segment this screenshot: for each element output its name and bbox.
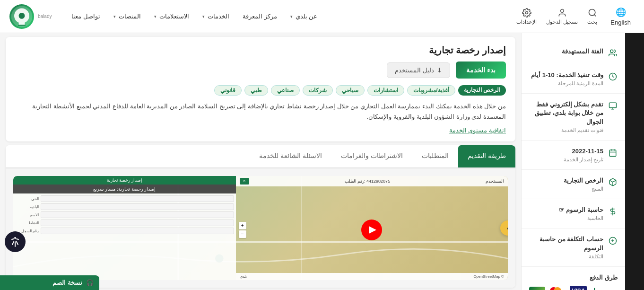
video-header-mid: 4412982075 :رقم الطلب: [345, 179, 391, 184]
video-container: المستخدم 4412982075 :رقم الطلب B +: [13, 176, 508, 280]
service-description: من خلال هذه الخدمة يمكنك البدء بممارسة ا…: [15, 101, 506, 122]
sla-link[interactable]: اتفاقية مستوى الخدمة: [15, 127, 506, 134]
zoom-in-btn[interactable]: +: [239, 222, 246, 229]
nav-item-knowledge[interactable]: مركز المعرفة: [237, 9, 283, 24]
fee-calculator-sub: الحاسبة: [529, 215, 603, 221]
svg-point-5: [19, 13, 25, 19]
video-header-left: المستخدم: [486, 179, 504, 184]
form-row-activity: النشاط: [15, 220, 234, 226]
logo-circle: [9, 4, 34, 29]
zoom-out-btn[interactable]: −: [239, 230, 246, 238]
tag-companies[interactable]: شركات: [303, 85, 333, 96]
svg-point-2: [589, 9, 595, 15]
deaf-icon: 🎧: [86, 279, 94, 286]
nav-item-inquiries[interactable]: الاستعلامات ▾: [148, 9, 195, 24]
guide-label: دليل المستخدم: [395, 67, 434, 74]
logo[interactable]: balady: [9, 4, 52, 29]
nav-item-about[interactable]: عن بلدي ▾: [285, 9, 323, 24]
video-bottom-bar: © OpenStreetMap بلدي: [236, 273, 508, 280]
sidebar-item-channel: تقدم بشكل إلكتروني فقط من خلال بوابة بلد…: [522, 94, 625, 141]
channel-sub: قنوات تقديم الخدمة: [529, 127, 603, 133]
sadad-label: سداد: [591, 287, 604, 290]
tag-industrial[interactable]: صناعي: [271, 85, 300, 96]
svg-point-0: [525, 11, 528, 14]
user-icon-item[interactable]: تسجيل الدخول: [546, 8, 578, 25]
svg-line-3: [594, 14, 596, 16]
tag-tourism[interactable]: سياحي: [336, 85, 365, 96]
form-row-municipality: البلدية: [15, 203, 234, 210]
english-label: English: [610, 19, 631, 26]
language-switcher[interactable]: 🌐 English: [607, 5, 635, 28]
chevron-down-icon: ▾: [202, 14, 205, 19]
service-top-card: إصدار رخصة تجارية بدء الخدمة ⬇ دليل المس…: [6, 37, 515, 141]
download-icon: ⬇: [437, 67, 442, 74]
youtube-play-button[interactable]: [361, 220, 382, 240]
currency-icon: [608, 236, 618, 246]
tab-requirements[interactable]: المتطلبات: [412, 145, 458, 167]
payment-logos: سداد VISA مدى: [529, 286, 618, 290]
name-label: الاسم: [15, 213, 39, 217]
target-group-content: الفئة المستهدفة: [529, 47, 603, 56]
svg-point-1: [560, 9, 564, 12]
tag-legal[interactable]: قانوني: [214, 85, 242, 96]
tab-faq[interactable]: الاسئلة الشائعة للخدمة: [250, 145, 331, 167]
tab-submission-method[interactable]: طريقة التقديم: [458, 145, 515, 167]
chevron-down-icon: ▾: [113, 14, 116, 19]
issue-date-sub: تاريخ إصدار الخدمة: [529, 157, 603, 163]
action-row: بدء الخدمة ⬇ دليل المستخدم: [15, 62, 506, 79]
box-icon: [608, 177, 618, 187]
district-input: [41, 195, 234, 202]
visa-icon: VISA: [570, 286, 587, 290]
calendar-icon: [608, 148, 618, 158]
sidebar-item-issue-date: 2022-11-15 تاريخ إصدار الخدمة: [522, 141, 625, 170]
start-service-button[interactable]: بدء الخدمة: [456, 62, 506, 79]
header: الإعدادات تسجيل الدخول بحث 🌐 English توا…: [0, 0, 644, 33]
search-icon-item[interactable]: بحث: [587, 8, 597, 25]
nav-item-tawasol[interactable]: تواصل معنا: [66, 9, 106, 24]
balady-mini-logo: B: [240, 178, 249, 185]
tab-conditions-fines[interactable]: الاشتراطات والغرامات: [331, 145, 412, 167]
cost-calculator-title: حساب التكلفة من حاسبة الرسوم: [529, 235, 603, 252]
login-label: تسجيل الدخول: [546, 19, 578, 25]
monitor-icon: [608, 101, 618, 111]
clock-icon: [608, 72, 618, 81]
deaf-banner[interactable]: 🎧 نسخة الصم: [0, 275, 99, 290]
nav-item-platforms[interactable]: المنصات ▾: [108, 9, 147, 24]
service-title-area: إصدار رخصة تجارية: [15, 44, 506, 56]
video-header-bar: المستخدم 4412982075 :رقم الطلب B: [236, 176, 508, 186]
users-icon: [608, 48, 618, 58]
nav-label-tawasol: تواصل معنا: [71, 13, 100, 20]
activity-label: النشاط: [15, 221, 39, 225]
sidebar: الفئة المستهدفة وقت تنفيذ الخدمة: 10-1 أ…: [521, 33, 625, 290]
user-icon: [557, 8, 567, 18]
tabs-card: طريقة التقديم المتطلبات الاشتراطات والغر…: [6, 145, 515, 288]
municipality-label: البلدية: [15, 205, 39, 209]
district-label: الحي: [15, 197, 39, 201]
tag-food[interactable]: أغذية/مشروبات: [407, 85, 455, 96]
cost-calculator-sub: التكلفة: [529, 254, 603, 260]
channel-title: تقدم بشكل إلكتروني فقط من خلال بوابة بلد…: [529, 100, 603, 126]
issue-date-content: 2022-11-15 تاريخ إصدار الخدمة: [529, 147, 603, 163]
execution-time-title: وقت تنفيذ الخدمة: 10-1 أيام: [529, 71, 603, 79]
user-guide-button[interactable]: ⬇ دليل المستخدم: [387, 62, 450, 78]
issue-date-title: 2022-11-15: [529, 147, 603, 156]
video-map-area: + −: [236, 186, 508, 273]
activity-input: [41, 220, 234, 226]
name-input: [41, 211, 234, 218]
execution-time-content: وقت تنفيذ الخدمة: 10-1 أيام المدة الزمني…: [529, 71, 603, 87]
video-ui-overlay: المستخدم 4412982075 :رقم الطلب B +: [13, 176, 508, 280]
search-icon: [588, 8, 597, 18]
sidebar-item-commercial: الرخص التجارية المنتج: [522, 170, 625, 199]
form-row-district: الحي: [15, 195, 234, 202]
tag-consulting[interactable]: استشارات: [367, 85, 404, 96]
accessibility-button[interactable]: [5, 231, 26, 252]
tag-commercial-licenses[interactable]: الرخص التجارية: [458, 85, 506, 96]
reg-number-input: [41, 228, 234, 234]
settings-icon-item[interactable]: الإعدادات: [516, 8, 537, 25]
payment-content: طرق الدفع سداد VISA مدى: [529, 273, 618, 290]
tag-medical[interactable]: طبي: [244, 85, 268, 96]
nav-item-services[interactable]: الخدمات ▾: [197, 9, 235, 24]
sidebar-item-cost-calculator: حساب التكلفة من حاسبة الرسوم التكلفة: [522, 228, 625, 266]
sidebar-item-payment: طرق الدفع سداد VISA مدى: [522, 267, 625, 290]
sidebar-item-fee-calculator[interactable]: حاسبة الرسوم ☞ الحاسبة: [522, 199, 625, 228]
